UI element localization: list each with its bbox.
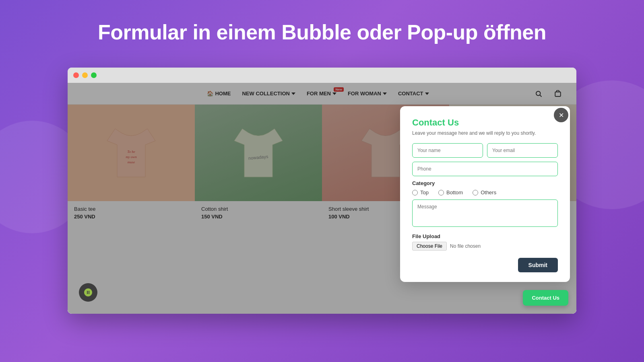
website-content: 🏠 HOME NEW COLLECTION FOR MEN New FOR WO… bbox=[68, 83, 576, 314]
chat-bubble[interactable] bbox=[79, 283, 97, 302]
file-upload-label: File Upload bbox=[412, 233, 558, 239]
email-input[interactable] bbox=[487, 143, 558, 158]
radio-bottom[interactable] bbox=[438, 190, 444, 195]
category-top-label: Top bbox=[420, 189, 429, 195]
modal-title: Contact Us bbox=[412, 117, 558, 128]
phone-input[interactable] bbox=[412, 162, 558, 176]
close-modal-button[interactable]: ✕ bbox=[554, 108, 568, 122]
file-choose-button[interactable]: Choose File bbox=[412, 242, 447, 251]
name-input[interactable] bbox=[412, 143, 483, 158]
form-submit-row: Submit bbox=[412, 258, 558, 272]
category-others[interactable]: Others bbox=[473, 189, 496, 195]
traffic-light-red[interactable] bbox=[73, 72, 79, 78]
traffic-light-green[interactable] bbox=[91, 72, 97, 78]
submit-button[interactable]: Submit bbox=[518, 258, 558, 272]
file-upload-row: Choose File No file chosen bbox=[412, 242, 558, 251]
browser-window: 🏠 HOME NEW COLLECTION FOR MEN New FOR WO… bbox=[68, 68, 576, 314]
name-email-row bbox=[412, 143, 558, 158]
contact-modal: Contact Us Leave your message here and w… bbox=[400, 106, 570, 282]
radio-top[interactable] bbox=[412, 190, 418, 195]
category-top[interactable]: Top bbox=[412, 189, 429, 195]
radio-others[interactable] bbox=[473, 190, 478, 195]
file-no-chosen-text: No file chosen bbox=[450, 243, 481, 249]
category-bottom[interactable]: Bottom bbox=[438, 189, 463, 195]
category-label: Category bbox=[412, 180, 558, 186]
page-title: Formular in einem Bubble oder Pop-up öff… bbox=[0, 0, 644, 60]
modal-subtitle: Leave your message here and we will repl… bbox=[412, 130, 558, 136]
message-textarea[interactable] bbox=[412, 200, 558, 227]
category-others-label: Others bbox=[481, 189, 496, 195]
category-bottom-label: Bottom bbox=[446, 189, 463, 195]
contact-us-button[interactable]: Contact Us bbox=[523, 290, 568, 306]
category-radio-group: Top Bottom Others bbox=[412, 189, 558, 195]
browser-titlebar bbox=[68, 68, 576, 83]
traffic-light-yellow[interactable] bbox=[82, 72, 88, 78]
shopify-icon bbox=[83, 288, 93, 297]
